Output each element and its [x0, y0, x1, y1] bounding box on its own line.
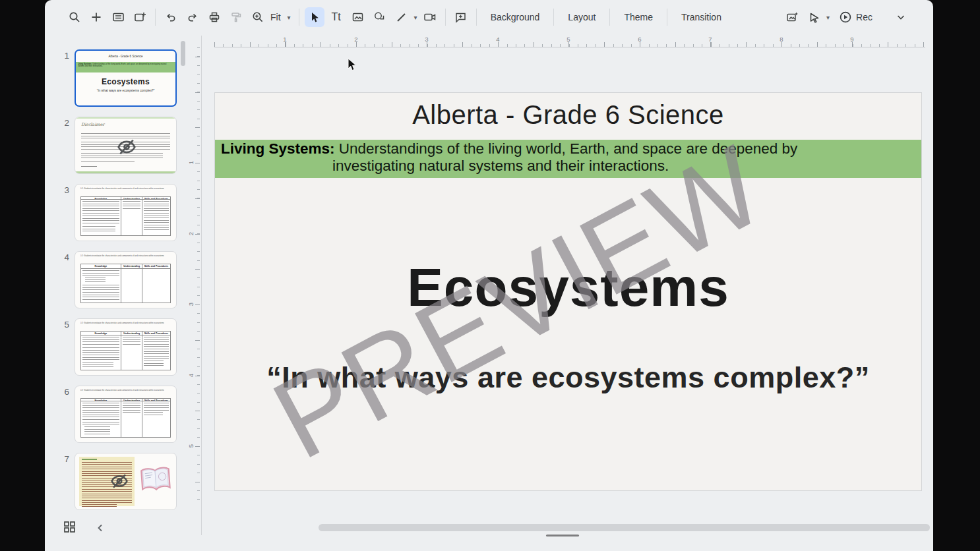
theme-button[interactable]: Theme: [615, 7, 661, 27]
disclaimer-heading: Disclaimer: [81, 122, 170, 132]
video-tool-icon[interactable]: [420, 7, 440, 27]
select-tool-cursor-icon[interactable]: [305, 7, 324, 27]
living-systems-banner[interactable]: Living Systems: Understandings of the li…: [215, 140, 921, 178]
outcomes-table: Knowledge Understanding Skills and Proce…: [80, 331, 171, 370]
outcomes-table: Knowledge Understanding Skills and Proce…: [80, 264, 171, 303]
text-box-tool[interactable]: Tt: [326, 7, 346, 27]
thumb-title: Alberta - Grade 6 Science: [76, 55, 175, 58]
slide-thumbnail-4[interactable]: LO: Students investigate the characteris…: [75, 251, 177, 308]
filmstrip-divider: [201, 36, 202, 535]
horizontal-ruler: 1 2 3 4 5 6 7 8 9: [214, 36, 925, 47]
note-heading-line: [82, 459, 97, 460]
grid-view-button[interactable]: [63, 521, 76, 536]
redo-icon[interactable]: [183, 7, 202, 27]
record-play-icon: [839, 11, 852, 24]
slide-number: 1: [58, 49, 69, 61]
image-sparkle-icon[interactable]: [782, 7, 802, 27]
outcomes-table: Knowledge Understanding Skills and Proce…: [80, 398, 171, 438]
vertical-ruler: 1 2 3 4 5: [189, 47, 200, 502]
slide-thumbnail-6[interactable]: LO: Students investigate the characteris…: [75, 386, 177, 443]
slide-thumbnail-7[interactable]: [75, 453, 177, 510]
print-icon[interactable]: [204, 7, 224, 27]
laser-caret-down-icon[interactable]: ▾: [826, 14, 830, 21]
zoom-icon[interactable]: [248, 7, 268, 27]
slide-number: 6: [58, 386, 69, 397]
mouse-cursor: [348, 58, 357, 72]
filmstrip-scrollbar[interactable]: [181, 41, 185, 66]
filmstrip-row-4: 4 LO: Students investigate the character…: [58, 251, 177, 308]
slide-thumbnail-1[interactable]: Alberta - Grade 6 Science Living Systems…: [75, 49, 177, 107]
collapse-filmstrip-button[interactable]: [95, 521, 106, 536]
lo-text: LO: Students investigate the characteris…: [80, 389, 171, 391]
hidden-slide-eye-off-icon: [116, 138, 137, 156]
undo-icon[interactable]: [161, 7, 181, 27]
hidden-slide-eye-off-icon: [109, 473, 129, 489]
search-icon[interactable]: [65, 7, 84, 27]
filmstrip-row-2: 2 Disclaimer: [58, 117, 177, 174]
filmstrip-row-1: 1 Alberta - Grade 6 Science Living Syste…: [58, 49, 177, 107]
insert-image-icon[interactable]: [348, 7, 368, 27]
slide-thumbnail-2[interactable]: Disclaimer: [75, 117, 177, 174]
slide-thumbnail-3[interactable]: LO: Students investigate the characteris…: [75, 184, 177, 241]
zoom-fit-label[interactable]: Fit: [270, 12, 281, 22]
slide-number: 5: [58, 318, 69, 330]
layout-button[interactable]: Layout: [559, 7, 604, 27]
lo-text: LO: Students investigate the characteris…: [80, 254, 171, 256]
background-button[interactable]: Background: [482, 7, 549, 27]
thumb-banner: Living Systems: Understandings of the li…: [76, 62, 175, 72]
banner-label: Living Systems:: [221, 140, 335, 157]
add-comment-icon[interactable]: [451, 7, 471, 27]
thumb-main-title: Ecosystems: [76, 77, 175, 86]
slide-thumbnail-5[interactable]: LO: Students investigate the characteris…: [75, 318, 177, 376]
lo-text: LO: Students investigate the characteris…: [80, 187, 171, 189]
line-tool-caret-icon[interactable]: ▾: [414, 14, 417, 21]
toolbar-collapse-chevron-icon[interactable]: [891, 7, 911, 27]
window-drag-handle[interactable]: [546, 535, 579, 536]
laser-pointer-tool-icon[interactable]: [804, 7, 824, 27]
filmstrip-row-7: 7: [58, 453, 177, 510]
lo-text: LO: Students investigate the characteris…: [80, 322, 171, 324]
rec-button[interactable]: Rec: [839, 11, 873, 24]
shape-tool-icon[interactable]: [370, 7, 390, 27]
thumb-subtitle: “In what ways are ecosystems complex?”: [76, 88, 175, 92]
slide-number: 2: [58, 117, 69, 128]
transition-button[interactable]: Transition: [673, 7, 730, 27]
outcomes-table: Knowledge Understanding Skills and Proce…: [80, 196, 171, 236]
science-journal-book-image: [138, 464, 174, 496]
zoom-caret-down-icon[interactable]: ▾: [288, 14, 291, 21]
toolbar: Fit ▾ Tt ▾: [45, 0, 933, 34]
slide-header-title[interactable]: Alberta - Grade 6 Science: [215, 100, 921, 130]
filmstrip-row-6: 6 LO: Students investigate the character…: [58, 386, 177, 443]
slide-canvas[interactable]: Alberta - Grade 6 Science Living Systems…: [214, 92, 922, 491]
line-tool-icon[interactable]: [392, 7, 412, 27]
slide-number: 3: [58, 184, 69, 195]
horizontal-scrollbar[interactable]: [319, 524, 930, 531]
screen: Fit ▾ Tt ▾: [0, 0, 980, 551]
slides-editor-window: Fit ▾ Tt ▾: [45, 0, 933, 551]
new-slide-icon[interactable]: [130, 7, 150, 27]
paint-format-icon[interactable]: [226, 7, 246, 27]
filmstrip-view-icon[interactable]: [108, 7, 128, 27]
filmstrip-row-3: 3 LO: Students investigate the character…: [58, 184, 177, 241]
slide-number: 7: [58, 453, 69, 464]
banner-text-line2: investigating natural systems and their …: [221, 158, 912, 175]
slide-number: 4: [58, 251, 69, 262]
filmstrip-row-5: 5 LO: Students investigate the character…: [58, 318, 177, 376]
plus-icon[interactable]: [86, 7, 106, 27]
